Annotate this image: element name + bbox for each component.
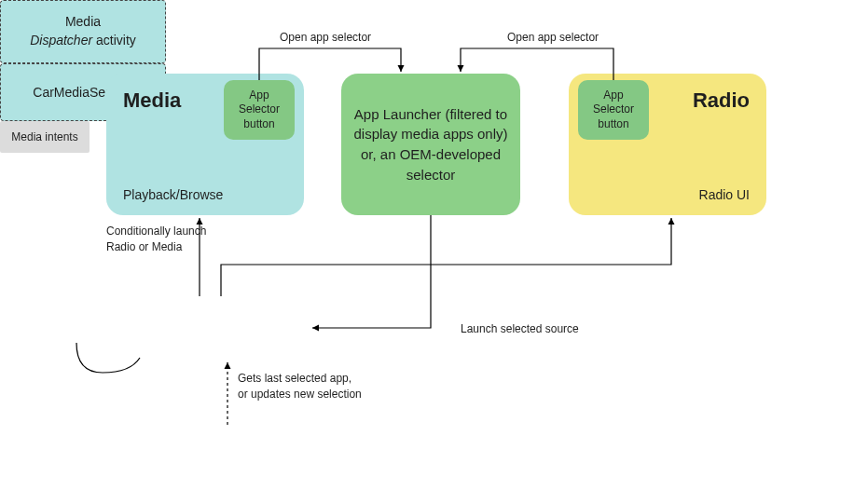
media-app-selector-button[interactable]: App Selector button: [224, 80, 295, 140]
dispatcher-line1: Media: [65, 13, 101, 32]
label-open-selector-left: Open app selector: [280, 31, 371, 44]
dispatcher-line2-rest: activity: [92, 33, 136, 48]
radio-app-selector-button[interactable]: App Selector button: [578, 80, 649, 140]
label-launch-selected: Launch selected source: [461, 322, 579, 335]
label-open-selector-right: Open app selector: [507, 31, 599, 44]
dispatcher-line2-italic: Dispatcher: [30, 33, 92, 48]
label-gets-last: Gets last selected app,or updates new se…: [238, 371, 362, 402]
media-intents-source: Media intents: [0, 121, 90, 153]
media-subtitle: Playback/Browse: [123, 187, 223, 202]
app-launcher-card: App Launcher (filtered to display media …: [341, 74, 520, 215]
radio-subtitle: Radio UI: [699, 187, 750, 202]
media-dispatcher-activity: Media Dispatcher activity: [0, 0, 166, 63]
media-title: Media: [123, 88, 181, 113]
radio-title: Radio: [693, 88, 750, 113]
dispatcher-line2: Dispatcher activity: [30, 32, 136, 50]
label-conditional-launch: Conditionally launchRadio or Media: [106, 224, 206, 255]
